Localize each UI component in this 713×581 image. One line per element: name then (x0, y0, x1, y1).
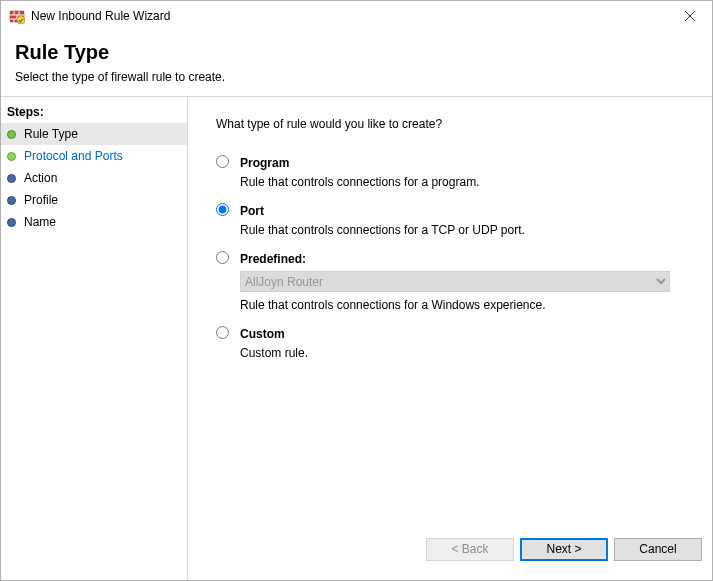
step-bullet-icon (7, 174, 16, 183)
wizard-body: Steps: Rule TypeProtocol and PortsAction… (1, 96, 712, 580)
svg-point-8 (17, 16, 25, 24)
option-program-title[interactable]: Program (240, 155, 684, 171)
steps-heading: Steps: (1, 103, 187, 123)
step-bullet-icon (7, 218, 16, 227)
step-item[interactable]: Protocol and Ports (1, 145, 187, 167)
step-bullet-icon (7, 130, 16, 139)
step-item[interactable]: Name (1, 211, 187, 233)
option-port-desc: Rule that controls connections for a TCP… (240, 223, 684, 237)
step-label: Protocol and Ports (24, 149, 123, 163)
window-title: New Inbound Rule Wizard (31, 9, 667, 23)
radio-custom[interactable] (216, 326, 229, 339)
option-port-title[interactable]: Port (240, 203, 684, 219)
close-button[interactable] (667, 1, 712, 31)
radio-program-wrap[interactable] (216, 155, 229, 171)
step-label: Profile (24, 193, 58, 207)
radio-port-wrap[interactable] (216, 203, 229, 219)
predefined-select: AllJoyn Router (240, 271, 670, 292)
radio-program[interactable] (216, 155, 229, 168)
close-icon (685, 11, 695, 21)
option-custom: Custom Custom rule. (200, 326, 684, 360)
radio-predefined-wrap[interactable] (216, 251, 229, 267)
step-bullet-icon (7, 152, 16, 161)
option-predefined-title[interactable]: Predefined: (240, 251, 684, 267)
firewall-icon (9, 8, 25, 24)
radio-custom-wrap[interactable] (216, 326, 229, 342)
option-custom-desc: Custom rule. (240, 346, 684, 360)
rule-type-options: Program Rule that controls connections f… (200, 155, 684, 360)
step-label: Name (24, 215, 56, 229)
wizard-footer: < Back Next > Cancel (188, 526, 712, 580)
wizard-header: Rule Type Select the type of firewall ru… (1, 31, 712, 96)
steps-pane: Steps: Rule TypeProtocol and PortsAction… (1, 97, 188, 580)
step-item[interactable]: Action (1, 167, 187, 189)
radio-port[interactable] (216, 203, 229, 216)
step-bullet-icon (7, 196, 16, 205)
predefined-select-wrap: AllJoyn Router (240, 271, 684, 292)
next-button[interactable]: Next > (520, 538, 608, 561)
rule-type-prompt: What type of rule would you like to crea… (216, 117, 684, 131)
wizard-window: New Inbound Rule Wizard Rule Type Select… (0, 0, 713, 581)
step-label: Action (24, 171, 57, 185)
option-port: Port Rule that controls connections for … (200, 203, 684, 237)
step-label: Rule Type (24, 127, 78, 141)
option-custom-title[interactable]: Custom (240, 326, 684, 342)
steps-list: Rule TypeProtocol and PortsActionProfile… (1, 123, 187, 233)
cancel-button[interactable]: Cancel (614, 538, 702, 561)
option-predefined: Predefined: AllJoyn Router Rule that con… (200, 251, 684, 312)
titlebar: New Inbound Rule Wizard (1, 1, 712, 31)
page-title: Rule Type (15, 41, 698, 64)
step-item[interactable]: Rule Type (1, 123, 187, 145)
option-program-desc: Rule that controls connections for a pro… (240, 175, 684, 189)
content-pane: What type of rule would you like to crea… (188, 97, 712, 580)
content-inner: What type of rule would you like to crea… (188, 97, 712, 526)
page-subtitle: Select the type of firewall rule to crea… (15, 70, 698, 84)
radio-predefined[interactable] (216, 251, 229, 264)
step-item[interactable]: Profile (1, 189, 187, 211)
option-program: Program Rule that controls connections f… (200, 155, 684, 189)
back-button: < Back (426, 538, 514, 561)
option-predefined-desc: Rule that controls connections for a Win… (240, 298, 684, 312)
